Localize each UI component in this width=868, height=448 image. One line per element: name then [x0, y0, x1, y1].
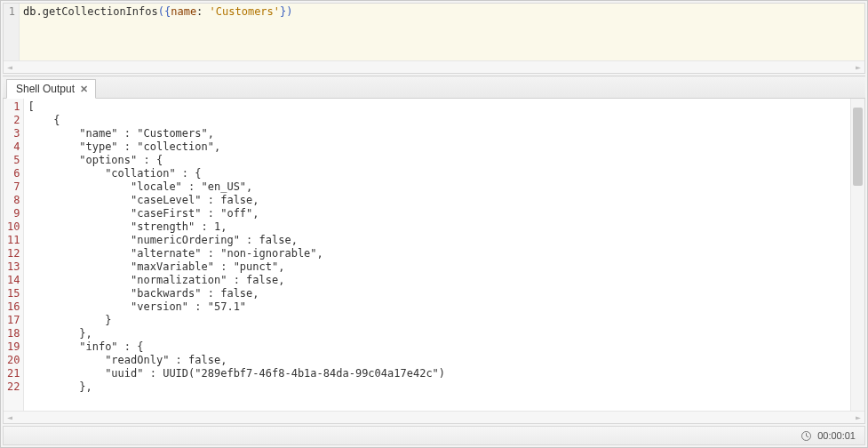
- output-line: "alternate" : "non-ignorable",: [28, 247, 847, 260]
- output-line: "version" : "57.1": [28, 300, 847, 314]
- tab-label: Shell Output: [16, 83, 75, 95]
- output-line-number: 16: [7, 300, 20, 314]
- output-tabs-row: Shell Output ✕: [3, 76, 865, 99]
- output-line-number: 9: [7, 207, 20, 220]
- scroll-right-icon[interactable]: ►: [854, 62, 863, 72]
- code-rparen: ): [286, 5, 292, 18]
- tab-shell-output[interactable]: Shell Output ✕: [6, 79, 96, 99]
- output-line-number: 17: [7, 314, 20, 327]
- status-bar: 00:00:01: [3, 426, 865, 445]
- output-line: "strength" : 1,: [28, 220, 847, 234]
- output-line-number: 11: [7, 234, 20, 247]
- output-line-number: 12: [7, 247, 20, 260]
- close-icon[interactable]: ✕: [80, 84, 88, 94]
- output-line: "normalization" : false,: [28, 274, 847, 287]
- output-line-number: 19: [7, 340, 20, 354]
- code-key: name: [171, 5, 196, 18]
- output-vscrollbar[interactable]: [850, 99, 864, 411]
- scroll-left-icon[interactable]: ◄: [5, 412, 14, 422]
- output-line: "numericOrdering" : false,: [28, 234, 847, 247]
- output-code-area[interactable]: [ { "name" : "Customers", "type" : "coll…: [24, 99, 850, 411]
- editor-gutter: 1: [4, 4, 20, 60]
- code-obj: db: [23, 5, 36, 18]
- output-line-number: 15: [7, 287, 20, 300]
- output-line-number: 14: [7, 274, 20, 287]
- output-line-number: 22: [7, 380, 20, 394]
- output-line: "uuid" : UUID("289efbf7-46f8-4b1a-84da-9…: [28, 367, 847, 380]
- output-line: "maxVariable" : "punct",: [28, 260, 847, 274]
- editor-pane: 1 db.getCollectionInfos({name: 'Customer…: [3, 3, 865, 74]
- editor-hscrollbar[interactable]: ◄ ►: [4, 60, 864, 73]
- output-line: "type" : "collection",: [28, 140, 847, 154]
- code-dot: .: [36, 5, 42, 18]
- output-line: "caseLevel" : false,: [28, 194, 847, 207]
- output-line-number: 3: [7, 127, 20, 140]
- output-line: "options" : {: [28, 154, 847, 167]
- output-line: "readOnly" : false,: [28, 354, 847, 367]
- output-line-number: 7: [7, 180, 20, 194]
- output-line-number: 20: [7, 354, 20, 367]
- output-body: 12345678910111213141516171819202122 [ { …: [4, 99, 864, 411]
- output-line-number: 1: [7, 100, 20, 114]
- editor-body: 1 db.getCollectionInfos({name: 'Customer…: [4, 4, 864, 60]
- output-line: }: [28, 314, 847, 327]
- output-line-number: 2: [7, 114, 20, 127]
- output-hscrollbar[interactable]: ◄ ►: [4, 411, 864, 423]
- clock-icon: [800, 430, 812, 442]
- status-elapsed: 00:00:01: [817, 430, 856, 441]
- output-line: {: [28, 114, 847, 127]
- output-pane: 12345678910111213141516171819202122 [ { …: [3, 99, 865, 424]
- output-line-number: 13: [7, 260, 20, 274]
- svg-line-2: [807, 436, 809, 436]
- output-line: "locale" : "en_US",: [28, 180, 847, 194]
- app-frame: 1 db.getCollectionInfos({name: 'Customer…: [0, 0, 868, 448]
- output-line: "name" : "Customers",: [28, 127, 847, 140]
- output-line: },: [28, 327, 847, 340]
- output-line-number: 4: [7, 140, 20, 154]
- output-line-number: 8: [7, 194, 20, 207]
- output-line-number: 21: [7, 367, 20, 380]
- editor-code-area[interactable]: db.getCollectionInfos({name: 'Customers'…: [20, 4, 864, 60]
- output-line: "info" : {: [28, 340, 847, 354]
- output-line-number: 6: [7, 167, 20, 180]
- output-line: "caseFirst" : "off",: [28, 207, 847, 220]
- code-method: getCollectionInfos: [43, 5, 158, 18]
- output-line-number: 18: [7, 327, 20, 340]
- scroll-right-icon[interactable]: ►: [854, 412, 863, 422]
- code-colon: :: [196, 5, 209, 18]
- output-line: [: [28, 100, 847, 114]
- output-gutter: 12345678910111213141516171819202122: [4, 99, 24, 411]
- output-line-number: 10: [7, 220, 20, 234]
- output-line: },: [28, 380, 847, 394]
- output-line: "backwards" : false,: [28, 287, 847, 300]
- output-line: "collation" : {: [28, 167, 847, 180]
- output-line-number: 5: [7, 154, 20, 167]
- code-string: 'Customers': [210, 5, 280, 18]
- code-lparen: (: [158, 5, 164, 18]
- scroll-left-icon[interactable]: ◄: [5, 62, 14, 72]
- scroll-thumb[interactable]: [853, 108, 863, 186]
- editor-line-number: 1: [5, 5, 15, 19]
